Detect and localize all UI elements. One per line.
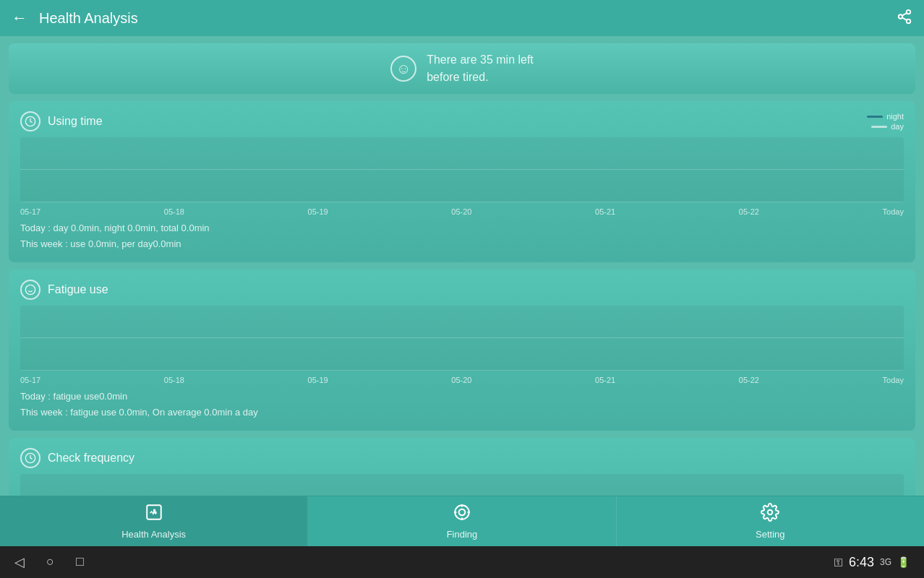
svg-line-4 (902, 12, 907, 15)
fatigue-use-title: Fatigue use (48, 283, 904, 296)
fatigue-use-stats: Today : fatigue use0.0min This week : fa… (20, 389, 904, 420)
x-label-today: Today (883, 207, 904, 216)
x-label-1: 05-17 (20, 207, 40, 216)
nav-recent-button[interactable]: □ (76, 554, 84, 570)
using-time-stats: Today : day 0.0min, night 0.0min, total … (20, 220, 904, 252)
nav-finding-label: Finding (447, 529, 478, 540)
alert-text: There are 35 min left before tired. (427, 51, 534, 86)
using-time-header: Using time night day (20, 111, 904, 131)
main-content: ☺ There are 35 min left before tired. Us… (0, 36, 924, 496)
grid-line-bottom-f (20, 370, 904, 371)
legend-day: day (871, 122, 904, 131)
battery-icon: 🔋 (897, 556, 910, 568)
svg-point-17 (768, 510, 773, 515)
x-label-3: 05-19 (308, 207, 328, 216)
check-frequency-section: Check frequency 05-17 05-18 05-19 05-20 … (9, 438, 915, 496)
alert-banner: ☺ There are 35 min left before tired. (9, 43, 915, 94)
check-frequency-title: Check frequency (48, 452, 904, 465)
top-bar: ← Health Analysis (0, 0, 924, 36)
smiley-icon: ☺ (390, 56, 416, 82)
health-analysis-icon (145, 503, 163, 526)
fatigue-use-header: Fatigue use (20, 280, 904, 300)
finding-icon (453, 503, 471, 526)
nav-home-button[interactable]: ○ (46, 554, 54, 570)
back-button[interactable]: ← (12, 9, 27, 27)
grid-line-bottom (20, 202, 904, 202)
x-label-5: 05-21 (595, 207, 615, 216)
fatigue-use-chart (20, 306, 904, 371)
using-time-title: Using time (48, 115, 860, 128)
grid-line-mid (20, 169, 904, 170)
bottom-nav: Health Analysis Finding Setting (0, 496, 924, 546)
check-frequency-chart (20, 474, 904, 496)
nav-setting[interactable]: Setting (617, 496, 924, 546)
clock-icon (20, 111, 40, 131)
fx-label-5: 05-21 (595, 376, 615, 384)
wifi-icon: ⚿ (834, 557, 843, 568)
legend-night: night (867, 112, 904, 121)
fx-label-1: 05-17 (20, 376, 40, 384)
fx-label-6: 05-22 (739, 376, 759, 384)
fatigue-x-labels: 05-17 05-18 05-19 05-20 05-21 05-22 Toda… (20, 374, 904, 389)
system-nav: ◁ ○ □ (14, 554, 834, 570)
system-bar: ◁ ○ □ ⚿ 6:43 3G 🔋 (0, 546, 924, 578)
system-status: ⚿ 6:43 3G 🔋 (834, 555, 910, 570)
nav-health-analysis[interactable]: Health Analysis (0, 496, 308, 546)
nav-finding[interactable]: Finding (308, 496, 616, 546)
using-time-chart (20, 137, 904, 202)
fatigue-use-section: Fatigue use 05-17 05-18 05-19 05-20 05-2… (9, 269, 915, 431)
svg-line-3 (902, 17, 907, 20)
nav-health-analysis-label: Health Analysis (121, 529, 186, 540)
svg-point-12 (459, 509, 466, 516)
x-label-4: 05-20 (451, 207, 471, 216)
nav-setting-label: Setting (756, 529, 784, 540)
day-line (871, 126, 887, 128)
frequency-icon (20, 448, 40, 468)
svg-point-11 (455, 505, 469, 519)
x-label-2: 05-18 (164, 207, 184, 216)
network-indicator: 3G (880, 557, 891, 567)
check-frequency-header: Check frequency (20, 448, 904, 468)
fatigue-icon (20, 280, 40, 300)
share-button[interactable] (897, 9, 912, 28)
fx-label-4: 05-20 (451, 376, 471, 384)
fx-label-2: 05-18 (164, 376, 184, 384)
setting-icon (761, 503, 779, 526)
fx-label-today: Today (883, 376, 904, 384)
using-time-section: Using time night day 05-17 05-18 05-19 0… (9, 101, 915, 262)
using-time-x-labels: 05-17 05-18 05-19 05-20 05-21 05-22 Toda… (20, 205, 904, 220)
fx-label-3: 05-19 (308, 376, 328, 384)
page-title: Health Analysis (39, 10, 897, 27)
nav-back-button[interactable]: ◁ (14, 554, 25, 570)
night-line (867, 116, 883, 118)
x-label-6: 05-22 (739, 207, 759, 216)
system-time: 6:43 (849, 555, 874, 570)
svg-point-6 (25, 285, 35, 295)
chart-legend: night day (867, 112, 904, 131)
grid-line-mid-f (20, 337, 904, 338)
